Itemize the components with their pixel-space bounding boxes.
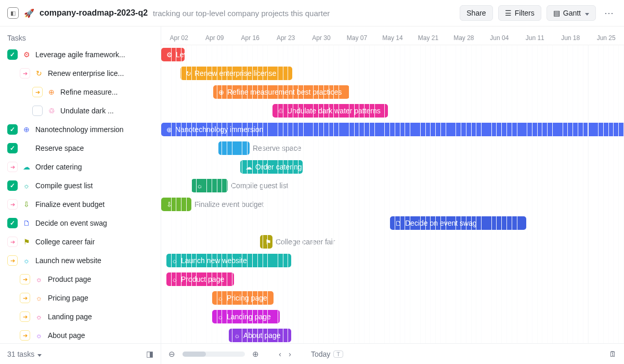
task-category-icon: ☼ (34, 331, 44, 340)
task-category-icon: ☼ (34, 313, 44, 321)
status-progress[interactable] (20, 68, 30, 79)
status-yellow[interactable] (20, 311, 30, 322)
task-label: Order catering (35, 163, 82, 171)
status-progress[interactable] (7, 199, 18, 210)
task-panel: Tasks ⚙Leverage agile framework...↻Renew… (0, 27, 161, 343)
task-row[interactable]: ⊕Refine measure... (0, 83, 161, 101)
task-label: Leverage agile framework... (35, 50, 125, 59)
timeline-week[interactable]: May 07 (339, 27, 374, 45)
status-yellow[interactable] (20, 274, 30, 284)
footer: 31 tasks ◨ ⊖ ⊕ ‹ › Today T 🗓 (0, 343, 624, 364)
filters-button[interactable]: ☰ Filters (498, 5, 541, 21)
timeline-week[interactable]: May 14 (375, 27, 410, 45)
status-yellow[interactable] (20, 293, 30, 303)
task-label: Refine measure... (60, 88, 118, 96)
task-category-icon: ☼ (34, 275, 44, 283)
task-row[interactable]: 🗋Decide on event swag (0, 214, 161, 232)
task-category-icon: ☼ (22, 256, 31, 265)
task-category-icon: ↻ (34, 69, 44, 77)
status-yellow[interactable] (32, 87, 43, 97)
more-menu-button[interactable]: ⋯ (601, 5, 617, 21)
task-category-icon: ⚑ (22, 238, 31, 246)
status-progress[interactable] (7, 237, 18, 247)
task-label: Reserve space (35, 144, 84, 152)
status-done[interactable] (7, 49, 18, 60)
task-row[interactable]: ☼About page (0, 326, 161, 343)
task-row[interactable]: ⊕Nanotechnology immersion (0, 120, 161, 139)
task-category-icon: ⊕ (47, 88, 56, 96)
status-yellow[interactable] (7, 255, 18, 266)
task-label: About page (48, 331, 85, 340)
today-button[interactable]: Today T (311, 350, 343, 358)
task-category-icon: ☁ (22, 163, 31, 171)
status-progress[interactable] (7, 162, 18, 172)
status-todo[interactable] (32, 106, 43, 116)
task-row[interactable]: ⇩Finalize event budget (0, 195, 161, 214)
task-list[interactable]: ⚙Leverage agile framework...↻Renew enter… (0, 45, 161, 343)
app-logo[interactable]: ◧ (7, 7, 19, 19)
zoom-slider[interactable] (183, 352, 245, 357)
today-kbd: T (333, 350, 343, 358)
task-label: Launch new website (35, 256, 101, 265)
task-row[interactable]: ☼Launch new website (0, 251, 161, 270)
status-done[interactable] (7, 143, 18, 153)
task-category-icon: ♲ (47, 107, 56, 115)
task-row[interactable]: Reserve space (0, 139, 161, 158)
timeline-header[interactable]: Apr 02Apr 09Apr 16Apr 23Apr 30May 07May … (161, 27, 624, 45)
timeline-week[interactable]: Apr 16 (232, 27, 268, 45)
task-category-icon: ⊕ (22, 125, 31, 134)
sidebar-collapse-icon[interactable]: ◨ (146, 349, 153, 359)
tasks-column-header: Tasks (0, 27, 161, 45)
gantt-icon: ▤ (553, 9, 560, 17)
timeline-week[interactable]: Jun 04 (482, 27, 517, 45)
status-yellow[interactable] (20, 330, 30, 341)
chevron-down-icon (584, 9, 589, 17)
task-row[interactable]: ⚑College career fair (0, 232, 161, 251)
timeline-week[interactable]: May 28 (446, 27, 482, 45)
task-category-icon: 🗋 (22, 219, 31, 227)
timeline-week[interactable]: Apr 23 (268, 27, 303, 45)
zoom-out-button[interactable]: ⊖ (168, 349, 175, 359)
timeline-week[interactable]: May 21 (410, 27, 446, 45)
share-button[interactable]: Share (460, 5, 492, 21)
zoom-in-button[interactable]: ⊕ (252, 349, 259, 359)
task-label: Decide on event swag (35, 219, 107, 227)
timeline-week[interactable]: Apr 30 (304, 27, 339, 45)
next-button[interactable]: › (289, 349, 291, 358)
task-category-icon: ⇩ (22, 200, 31, 209)
timeline-week[interactable]: Jun 25 (588, 27, 623, 45)
task-label: College career fair (35, 238, 95, 246)
status-done[interactable] (7, 218, 18, 228)
task-label: Compile guest list (35, 181, 93, 190)
page-subtitle[interactable]: tracking our top-level company projects … (153, 9, 330, 18)
task-count[interactable]: 31 tasks (7, 350, 42, 358)
task-row[interactable]: ☼Product page (0, 270, 161, 289)
status-done[interactable] (7, 180, 18, 191)
timeline-week[interactable]: Apr 02 (161, 27, 197, 45)
task-row[interactable]: ⚙Leverage agile framework... (0, 45, 161, 64)
timeline-week[interactable]: Jun 18 (553, 27, 588, 45)
task-row[interactable]: ☼Landing page (0, 307, 161, 326)
view-picker-button[interactable]: ▤ Gantt (547, 5, 596, 21)
status-done[interactable] (7, 124, 18, 135)
timeline-grid[interactable]: ⚙Leverage agile frameworks to provide a … (161, 45, 624, 343)
prev-button[interactable]: ‹ (279, 349, 281, 358)
filter-icon: ☰ (505, 9, 512, 17)
task-label: Nanotechnology immersion (35, 125, 124, 134)
page-title[interactable]: company-roadmap-2023-q2 (40, 8, 148, 18)
task-row[interactable]: ↻Renew enterprise lice... (0, 64, 161, 83)
calendar-icon[interactable]: 🗓 (609, 349, 617, 358)
task-row[interactable]: ☁Order catering (0, 158, 161, 176)
task-label: Pricing page (48, 294, 88, 302)
task-row[interactable]: ☼Pricing page (0, 289, 161, 307)
timeline-week[interactable]: Apr 09 (197, 27, 232, 45)
task-row[interactable]: ♲Undulate dark ... (0, 101, 161, 120)
task-label: Renew enterprise lice... (48, 69, 124, 77)
task-label: Product page (48, 275, 91, 283)
task-label: Undulate dark ... (60, 107, 114, 115)
header: ◧ 🚀 company-roadmap-2023-q2 tracking our… (0, 0, 624, 27)
timeline-week[interactable]: Jun 11 (517, 27, 553, 45)
task-row[interactable]: ☼Compile guest list (0, 176, 161, 195)
chevron-down-icon (36, 350, 42, 358)
task-label: Finalize event budget (35, 200, 105, 209)
